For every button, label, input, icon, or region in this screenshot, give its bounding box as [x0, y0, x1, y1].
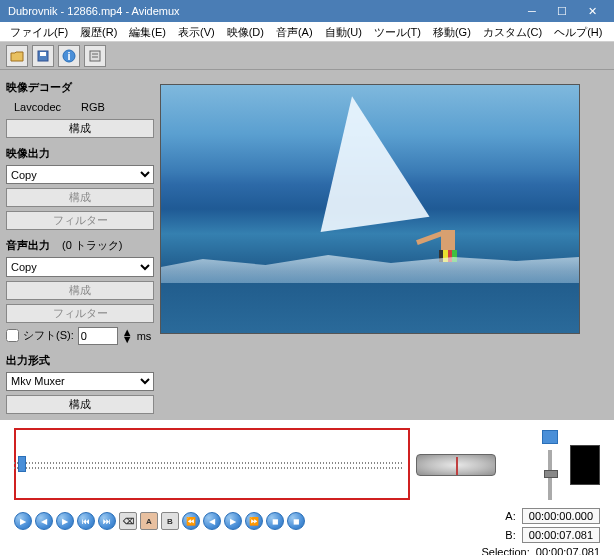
menu-tools[interactable]: ツール(T) — [368, 22, 427, 41]
video-output-config-button[interactable]: 構成 — [6, 188, 154, 207]
save-button[interactable] — [32, 45, 54, 67]
goto-b-button[interactable]: ▶ — [224, 512, 242, 530]
menu-custom[interactable]: カスタム(C) — [477, 22, 548, 41]
vu-meter — [570, 445, 600, 485]
audio-tracks: (0 トラック) — [62, 238, 123, 253]
timeline[interactable] — [14, 454, 404, 476]
shift-checkbox[interactable] — [6, 329, 19, 342]
audio-output-label: 音声出力 — [6, 238, 50, 253]
audio-output-config-button[interactable]: 構成 — [6, 281, 154, 300]
sidebar: 映像デコーダ Lavcodec RGB 構成 映像出力 Copy 構成 フィルタ… — [0, 70, 160, 420]
menu-view[interactable]: 表示(V) — [172, 22, 221, 41]
b-label: B: — [505, 529, 515, 541]
shift-input[interactable]: 0 — [78, 327, 118, 345]
video-frame — [160, 84, 580, 334]
svg-rect-1 — [40, 52, 46, 56]
selection-time: 00:00:07.081 — [536, 546, 600, 555]
preview-area — [160, 70, 614, 420]
menubar: ファイル(F) 履歴(R) 編集(E) 表示(V) 映像(D) 音声(A) 自動… — [0, 22, 614, 42]
menu-history[interactable]: 履歴(R) — [74, 22, 123, 41]
main-area: 映像デコーダ Lavcodec RGB 構成 映像出力 Copy 構成 フィルタ… — [0, 70, 614, 420]
volume-icon[interactable] — [542, 430, 558, 444]
jog-wheel[interactable] — [416, 454, 496, 476]
audio-output-filter-button[interactable]: フィルター — [6, 304, 154, 323]
info-button[interactable]: i — [58, 45, 80, 67]
goto-start-button[interactable]: ⏪ — [182, 512, 200, 530]
decoder-mode: RGB — [81, 101, 105, 113]
maximize-button[interactable]: ☐ — [548, 2, 576, 20]
a-time[interactable]: 00:00:00.000 — [522, 508, 600, 524]
decoder-config-button[interactable]: 構成 — [6, 119, 154, 138]
prev-keyframe-button[interactable]: ⏮ — [77, 512, 95, 530]
minimize-button[interactable]: ─ — [518, 2, 546, 20]
menu-video[interactable]: 映像(D) — [221, 22, 270, 41]
prev-frame-button[interactable]: ◀ — [35, 512, 53, 530]
menu-file[interactable]: ファイル(F) — [4, 22, 74, 41]
mark-b-button[interactable]: B — [161, 512, 179, 530]
video-output-select[interactable]: Copy — [6, 165, 154, 184]
prev-black-button[interactable]: ◼ — [266, 512, 284, 530]
next-frame-button[interactable]: ▶ — [56, 512, 74, 530]
next-keyframe-button[interactable]: ⏭ — [98, 512, 116, 530]
open-button[interactable] — [6, 45, 28, 67]
shift-unit: ms — [137, 330, 152, 342]
playback-controls: ▶ ◀ ▶ ⏮ ⏭ ⌫ A B ⏪ ◀ ▶ ⏩ ◼ ◼ — [14, 512, 305, 530]
windsurf-sail — [302, 88, 429, 232]
goto-a-button[interactable]: ◀ — [203, 512, 221, 530]
menu-edit[interactable]: 編集(E) — [123, 22, 172, 41]
goto-end-button[interactable]: ⏩ — [245, 512, 263, 530]
selection-label: Selection: — [481, 546, 529, 555]
menu-audio[interactable]: 音声(A) — [270, 22, 319, 41]
mark-a-button[interactable]: A — [140, 512, 158, 530]
svg-rect-4 — [90, 51, 100, 61]
window-title: Dubrovnik - 12866.mp4 - Avidemux — [8, 5, 180, 17]
bottom-panel: ▶ ◀ ▶ ⏮ ⏭ ⌫ A B ⏪ ◀ ▶ ⏩ ◼ ◼ A:00:00:00.0… — [0, 420, 614, 555]
wave — [161, 243, 579, 283]
output-format-label: 出力形式 — [6, 353, 154, 368]
volume-slider[interactable] — [548, 450, 552, 500]
close-button[interactable]: ✕ — [578, 2, 606, 20]
timeline-thumb[interactable] — [18, 456, 26, 472]
next-black-button[interactable]: ◼ — [287, 512, 305, 530]
decoder-label: 映像デコーダ — [6, 80, 154, 95]
a-label: A: — [505, 510, 515, 522]
output-format-config-button[interactable]: 構成 — [6, 395, 154, 414]
menu-goto[interactable]: 移動(G) — [427, 22, 477, 41]
delete-button[interactable]: ⌫ — [119, 512, 137, 530]
output-format-select[interactable]: Mkv Muxer — [6, 372, 154, 391]
svg-text:i: i — [67, 50, 70, 62]
audio-output-select[interactable]: Copy — [6, 257, 154, 276]
play-button[interactable]: ▶ — [14, 512, 32, 530]
toolbar: i — [0, 42, 614, 70]
video-output-filter-button[interactable]: フィルター — [6, 211, 154, 230]
decoder-codec: Lavcodec — [14, 101, 61, 113]
menu-help[interactable]: ヘルプ(H) — [548, 22, 608, 41]
b-time[interactable]: 00:00:07.081 — [522, 527, 600, 543]
titlebar: Dubrovnik - 12866.mp4 - Avidemux ─ ☐ ✕ — [0, 0, 614, 22]
shift-label: シフト(S): — [23, 328, 74, 343]
video-output-label: 映像出力 — [6, 146, 154, 161]
calc-button[interactable] — [84, 45, 106, 67]
menu-auto[interactable]: 自動(U) — [319, 22, 368, 41]
